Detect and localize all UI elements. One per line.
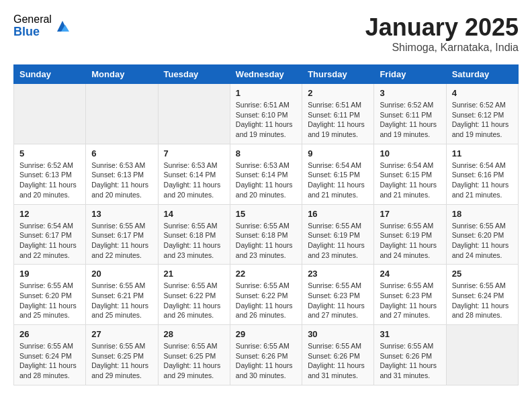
calendar-cell: 7Sunrise: 6:53 AM Sunset: 6:14 PM Daylig… xyxy=(158,144,230,204)
calendar-cell: 17Sunrise: 6:55 AM Sunset: 6:19 PM Dayli… xyxy=(374,204,446,265)
calendar-cell: 13Sunrise: 6:55 AM Sunset: 6:17 PM Dayli… xyxy=(86,204,158,265)
weekday-header-monday: Monday xyxy=(86,65,158,84)
weekday-header-saturday: Saturday xyxy=(446,65,518,84)
logo: General Blue xyxy=(13,13,71,38)
day-number: 23 xyxy=(308,269,368,279)
day-info: Sunrise: 6:55 AM Sunset: 6:18 PM Dayligh… xyxy=(164,221,224,261)
day-number: 16 xyxy=(308,209,368,219)
weekday-header-tuesday: Tuesday xyxy=(158,65,230,84)
day-number: 26 xyxy=(19,329,80,339)
day-info: Sunrise: 6:54 AM Sunset: 6:15 PM Dayligh… xyxy=(308,161,368,200)
logo-icon xyxy=(54,18,71,34)
calendar-cell: 28Sunrise: 6:55 AM Sunset: 6:25 PM Dayli… xyxy=(158,325,230,385)
day-number: 7 xyxy=(164,148,224,158)
day-info: Sunrise: 6:55 AM Sunset: 6:24 PM Dayligh… xyxy=(452,281,513,320)
weekday-header-sunday: Sunday xyxy=(14,65,86,84)
calendar-week-row: 1Sunrise: 6:51 AM Sunset: 6:10 PM Daylig… xyxy=(14,84,519,144)
calendar-cell: 27Sunrise: 6:55 AM Sunset: 6:25 PM Dayli… xyxy=(86,325,158,385)
day-info: Sunrise: 6:54 AM Sunset: 6:15 PM Dayligh… xyxy=(380,161,440,200)
day-number: 20 xyxy=(91,269,152,279)
calendar-cell xyxy=(14,84,86,144)
day-info: Sunrise: 6:53 AM Sunset: 6:13 PM Dayligh… xyxy=(91,161,152,200)
day-number: 6 xyxy=(91,148,152,158)
day-info: Sunrise: 6:55 AM Sunset: 6:22 PM Dayligh… xyxy=(236,281,296,320)
calendar-cell: 1Sunrise: 6:51 AM Sunset: 6:10 PM Daylig… xyxy=(230,84,302,144)
weekday-header-row: SundayMondayTuesdayWednesdayThursdayFrid… xyxy=(14,65,519,84)
day-number: 27 xyxy=(91,329,152,339)
calendar-cell: 5Sunrise: 6:52 AM Sunset: 6:13 PM Daylig… xyxy=(14,144,86,204)
day-info: Sunrise: 6:55 AM Sunset: 6:23 PM Dayligh… xyxy=(380,281,440,320)
calendar-cell: 21Sunrise: 6:55 AM Sunset: 6:22 PM Dayli… xyxy=(158,265,230,325)
day-info: Sunrise: 6:55 AM Sunset: 6:22 PM Dayligh… xyxy=(164,281,224,320)
day-info: Sunrise: 6:55 AM Sunset: 6:26 PM Dayligh… xyxy=(308,341,368,381)
title-block: January 2025 Shimoga, Karnataka, India xyxy=(365,13,519,54)
day-number: 14 xyxy=(164,209,224,219)
day-number: 15 xyxy=(236,209,296,219)
weekday-header-thursday: Thursday xyxy=(302,65,374,84)
weekday-header-wednesday: Wednesday xyxy=(230,65,302,84)
day-number: 8 xyxy=(236,148,296,158)
calendar-cell: 11Sunrise: 6:54 AM Sunset: 6:16 PM Dayli… xyxy=(446,144,518,204)
calendar-cell xyxy=(86,84,158,144)
day-info: Sunrise: 6:55 AM Sunset: 6:17 PM Dayligh… xyxy=(91,221,152,261)
calendar-cell: 26Sunrise: 6:55 AM Sunset: 6:24 PM Dayli… xyxy=(14,325,86,385)
day-info: Sunrise: 6:53 AM Sunset: 6:14 PM Dayligh… xyxy=(236,161,296,200)
day-number: 4 xyxy=(452,88,513,98)
calendar-cell: 24Sunrise: 6:55 AM Sunset: 6:23 PM Dayli… xyxy=(374,265,446,325)
calendar-cell: 10Sunrise: 6:54 AM Sunset: 6:15 PM Dayli… xyxy=(374,144,446,204)
location-subtitle: Shimoga, Karnataka, India xyxy=(365,42,519,54)
day-number: 12 xyxy=(19,209,80,219)
day-number: 17 xyxy=(380,209,440,219)
calendar-week-row: 5Sunrise: 6:52 AM Sunset: 6:13 PM Daylig… xyxy=(14,144,519,204)
calendar-cell: 4Sunrise: 6:52 AM Sunset: 6:12 PM Daylig… xyxy=(446,84,518,144)
calendar-cell xyxy=(158,84,230,144)
day-info: Sunrise: 6:55 AM Sunset: 6:26 PM Dayligh… xyxy=(236,341,296,381)
day-number: 13 xyxy=(91,209,152,219)
calendar-cell xyxy=(446,325,518,385)
calendar-cell: 8Sunrise: 6:53 AM Sunset: 6:14 PM Daylig… xyxy=(230,144,302,204)
day-info: Sunrise: 6:54 AM Sunset: 6:16 PM Dayligh… xyxy=(452,161,513,200)
day-info: Sunrise: 6:55 AM Sunset: 6:24 PM Dayligh… xyxy=(19,341,80,381)
day-info: Sunrise: 6:55 AM Sunset: 6:25 PM Dayligh… xyxy=(91,341,152,381)
day-info: Sunrise: 6:55 AM Sunset: 6:20 PM Dayligh… xyxy=(19,281,80,320)
day-info: Sunrise: 6:52 AM Sunset: 6:11 PM Dayligh… xyxy=(380,100,440,140)
calendar-cell: 31Sunrise: 6:55 AM Sunset: 6:26 PM Dayli… xyxy=(374,325,446,385)
day-number: 10 xyxy=(380,148,440,158)
calendar-cell: 18Sunrise: 6:55 AM Sunset: 6:20 PM Dayli… xyxy=(446,204,518,265)
day-number: 22 xyxy=(236,269,296,279)
calendar-cell: 9Sunrise: 6:54 AM Sunset: 6:15 PM Daylig… xyxy=(302,144,374,204)
calendar-cell: 3Sunrise: 6:52 AM Sunset: 6:11 PM Daylig… xyxy=(374,84,446,144)
day-number: 11 xyxy=(452,148,513,158)
day-number: 25 xyxy=(452,269,513,279)
calendar-cell: 12Sunrise: 6:54 AM Sunset: 6:17 PM Dayli… xyxy=(14,204,86,265)
calendar-cell: 2Sunrise: 6:51 AM Sunset: 6:11 PM Daylig… xyxy=(302,84,374,144)
day-number: 29 xyxy=(236,329,296,339)
calendar-cell: 14Sunrise: 6:55 AM Sunset: 6:18 PM Dayli… xyxy=(158,204,230,265)
day-info: Sunrise: 6:55 AM Sunset: 6:23 PM Dayligh… xyxy=(308,281,368,320)
logo-blue: Blue xyxy=(13,26,52,39)
day-number: 19 xyxy=(19,269,80,279)
day-number: 5 xyxy=(19,148,80,158)
day-info: Sunrise: 6:51 AM Sunset: 6:11 PM Dayligh… xyxy=(308,100,368,140)
calendar-week-row: 26Sunrise: 6:55 AM Sunset: 6:24 PM Dayli… xyxy=(14,325,519,385)
day-info: Sunrise: 6:55 AM Sunset: 6:21 PM Dayligh… xyxy=(91,281,152,320)
calendar-cell: 19Sunrise: 6:55 AM Sunset: 6:20 PM Dayli… xyxy=(14,265,86,325)
month-title: January 2025 xyxy=(365,13,519,42)
weekday-header-friday: Friday xyxy=(374,65,446,84)
day-number: 31 xyxy=(380,329,440,339)
day-number: 21 xyxy=(164,269,224,279)
calendar-cell: 15Sunrise: 6:55 AM Sunset: 6:18 PM Dayli… xyxy=(230,204,302,265)
day-info: Sunrise: 6:55 AM Sunset: 6:26 PM Dayligh… xyxy=(380,341,440,381)
calendar-week-row: 12Sunrise: 6:54 AM Sunset: 6:17 PM Dayli… xyxy=(14,204,519,265)
day-info: Sunrise: 6:55 AM Sunset: 6:19 PM Dayligh… xyxy=(308,221,368,261)
calendar-cell: 23Sunrise: 6:55 AM Sunset: 6:23 PM Dayli… xyxy=(302,265,374,325)
calendar-cell: 29Sunrise: 6:55 AM Sunset: 6:26 PM Dayli… xyxy=(230,325,302,385)
day-number: 18 xyxy=(452,209,513,219)
day-number: 24 xyxy=(380,269,440,279)
day-info: Sunrise: 6:55 AM Sunset: 6:19 PM Dayligh… xyxy=(380,221,440,261)
day-info: Sunrise: 6:53 AM Sunset: 6:14 PM Dayligh… xyxy=(164,161,224,200)
calendar-cell: 25Sunrise: 6:55 AM Sunset: 6:24 PM Dayli… xyxy=(446,265,518,325)
day-info: Sunrise: 6:52 AM Sunset: 6:13 PM Dayligh… xyxy=(19,161,80,200)
day-info: Sunrise: 6:55 AM Sunset: 6:18 PM Dayligh… xyxy=(236,221,296,261)
day-number: 1 xyxy=(236,88,296,98)
